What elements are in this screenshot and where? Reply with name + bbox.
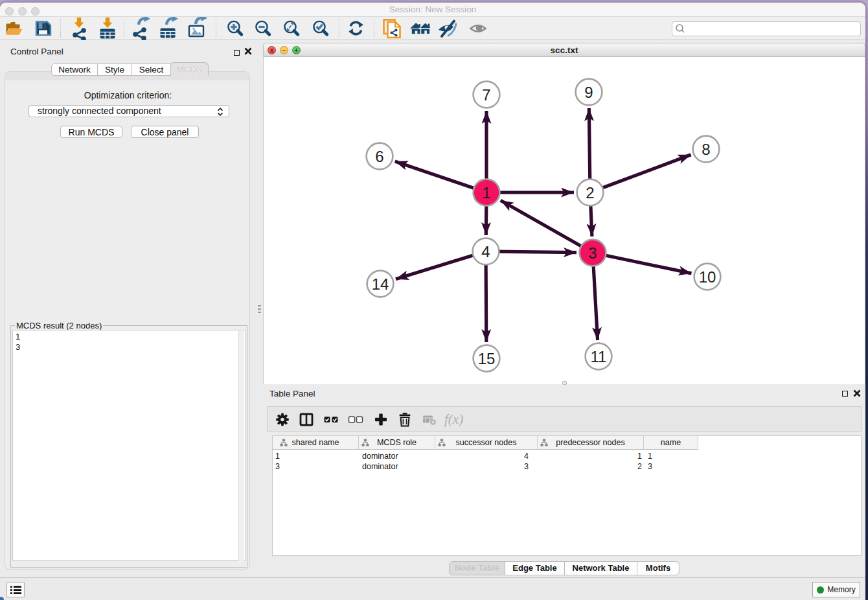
svg-text:11: 11 [591,348,607,365]
svg-text:1: 1 [482,184,490,202]
svg-text:15: 15 [478,350,496,367]
svg-text:7: 7 [482,86,490,104]
svg-text:8: 8 [702,141,710,158]
svg-text:6: 6 [375,148,383,165]
svg-text:2: 2 [586,184,594,202]
svg-text:4: 4 [481,243,490,260]
svg-text:3: 3 [588,244,597,262]
svg-text:10: 10 [699,268,716,286]
svg-text:9: 9 [584,84,593,101]
svg-text:14: 14 [372,275,389,293]
svg-text:f(x): f(x) [444,411,463,427]
